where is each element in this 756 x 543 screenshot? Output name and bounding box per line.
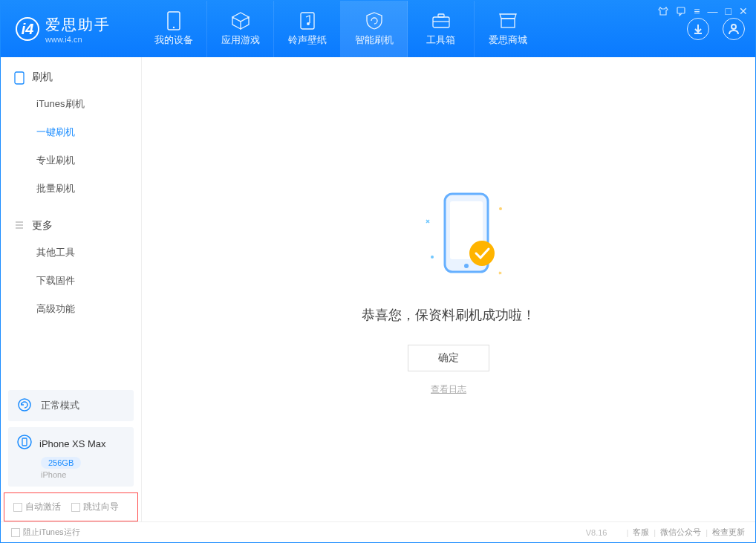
version-label: V8.16: [586, 528, 607, 537]
minimize-icon[interactable]: —: [708, 5, 718, 17]
music-icon: [298, 11, 317, 30]
footer: 阻止iTunes运行 V8.16 | 客服 | 微信公众号 | 检查更新: [1, 521, 755, 542]
nav-item-oneclick-flash[interactable]: 一键刷机: [1, 118, 141, 146]
svg-point-21: [499, 207, 502, 210]
device-type: iPhone: [41, 470, 125, 479]
svg-rect-9: [677, 7, 685, 13]
main-tabs: 我的设备 应用游戏 铃声壁纸 智能刷机 工具箱 爱思商城: [140, 1, 541, 57]
tab-label: 我的设备: [154, 33, 193, 47]
svg-point-3: [307, 22, 310, 25]
close-icon[interactable]: ✕: [739, 5, 748, 17]
svg-rect-7: [501, 19, 515, 27]
tab-my-device[interactable]: 我的设备: [140, 1, 207, 57]
success-illustration: [404, 183, 493, 287]
app-title: 爱思助手: [45, 15, 111, 35]
tab-label: 应用游戏: [221, 33, 260, 47]
main-content: 恭喜您，保资料刷机成功啦！ 确定 查看日志: [142, 57, 755, 521]
nav-item-advanced[interactable]: 高级功能: [1, 295, 141, 323]
nav-item-batch-flash[interactable]: 批量刷机: [1, 175, 141, 203]
footer-link-update[interactable]: 检查更新: [712, 527, 745, 538]
svg-point-15: [18, 435, 31, 449]
feedback-icon[interactable]: [676, 5, 686, 17]
device-icon: [164, 11, 183, 30]
success-message: 恭喜您，保资料刷机成功啦！: [362, 306, 535, 324]
sidebar: 刷机 iTunes刷机 一键刷机 专业刷机 批量刷机 更多 其他工具 下载固件 …: [1, 57, 142, 521]
tab-toolbox[interactable]: 工具箱: [408, 1, 475, 57]
svg-point-20: [469, 241, 495, 266]
footer-link-support[interactable]: 客服: [633, 527, 649, 538]
device-name: iPhone XS Max: [39, 438, 106, 449]
svg-rect-16: [22, 438, 27, 446]
device-storage-badge: 256GB: [41, 457, 81, 469]
flash-options: 自动激活 跳过向导: [4, 492, 138, 521]
view-log-link[interactable]: 查看日志: [431, 383, 466, 396]
nav-item-pro-flash[interactable]: 专业刷机: [1, 146, 141, 175]
logo-area: i4 爱思助手 www.i4.cn: [16, 15, 111, 44]
cube-icon: [231, 11, 250, 30]
tab-label: 铃声壁纸: [288, 33, 327, 47]
tab-store[interactable]: 爱思商城: [475, 1, 541, 57]
tab-label: 工具箱: [426, 33, 455, 47]
tab-apps[interactable]: 应用游戏: [207, 1, 274, 57]
svg-rect-4: [433, 17, 449, 27]
svg-rect-2: [301, 13, 314, 29]
ok-button[interactable]: 确定: [408, 345, 489, 371]
header: i4 爱思助手 www.i4.cn 我的设备 应用游戏 铃声壁纸 智能刷机 工具…: [1, 1, 755, 57]
app-subtitle: www.i4.cn: [45, 35, 111, 44]
svg-point-14: [19, 399, 30, 411]
maximize-icon[interactable]: □: [726, 5, 731, 17]
svg-point-19: [464, 264, 469, 268]
header-actions: [687, 18, 745, 40]
skin-icon[interactable]: [658, 5, 668, 17]
mode-status-card[interactable]: 正常模式: [8, 390, 134, 421]
nav-item-other-tools[interactable]: 其他工具: [1, 238, 141, 267]
toolbox-icon: [431, 11, 451, 30]
download-button[interactable]: [687, 18, 709, 40]
user-button[interactable]: [723, 18, 745, 40]
nav-section-more: 更多: [1, 219, 141, 238]
device-icon: [17, 435, 32, 452]
tab-label: 智能刷机: [355, 33, 394, 47]
device-card[interactable]: iPhone XS Max 256GB iPhone: [8, 427, 134, 487]
menu-icon[interactable]: ≡: [694, 5, 700, 17]
refresh-icon: [17, 397, 33, 414]
tab-ringtones[interactable]: 铃声壁纸: [274, 1, 341, 57]
shield-refresh-icon: [365, 11, 384, 30]
checkbox-skip-guide[interactable]: 跳过向导: [71, 501, 119, 513]
app-logo-icon: i4: [16, 17, 39, 41]
svg-rect-5: [438, 14, 444, 17]
phone-icon: [14, 71, 26, 83]
tab-flash[interactable]: 智能刷机: [341, 1, 408, 57]
footer-link-wechat[interactable]: 微信公众号: [660, 527, 701, 538]
checkbox-block-itunes[interactable]: 阻止iTunes运行: [11, 527, 80, 538]
list-icon: [14, 220, 26, 232]
svg-point-1: [172, 27, 174, 28]
svg-point-22: [431, 256, 434, 259]
svg-point-8: [731, 25, 736, 29]
mode-status-label: 正常模式: [41, 399, 79, 412]
tab-label: 爱思商城: [489, 33, 527, 47]
nav-item-download-firmware[interactable]: 下载固件: [1, 267, 141, 295]
store-icon: [498, 11, 518, 30]
svg-rect-10: [15, 72, 24, 84]
nav-section-flash: 刷机: [1, 71, 141, 90]
window-controls: ≡ — □ ✕: [658, 5, 748, 17]
nav-item-itunes-flash[interactable]: iTunes刷机: [1, 90, 141, 118]
checkbox-auto-activate[interactable]: 自动激活: [13, 501, 61, 513]
